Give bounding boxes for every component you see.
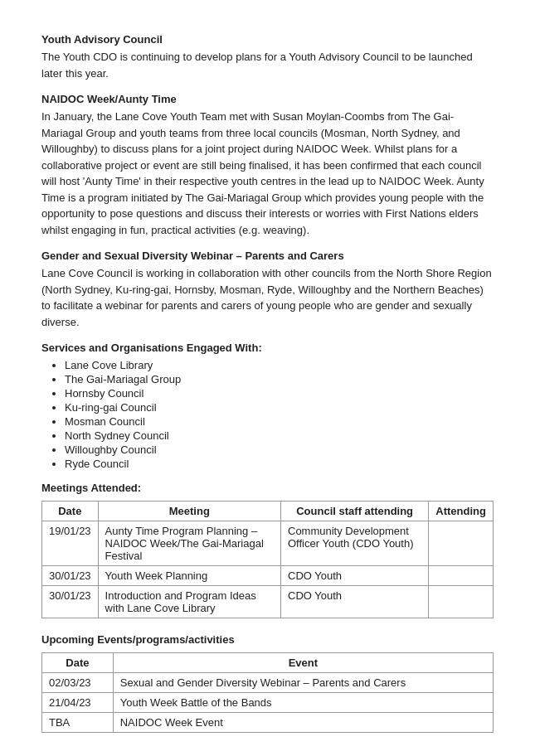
meetings-row: 30/01/23Youth Week PlanningCDO Youth <box>42 566 494 586</box>
upcoming-header-row: DateEvent <box>42 653 494 673</box>
services-list: Lane Cove LibraryThe Gai-Mariagal GroupH… <box>65 359 494 470</box>
meetings-row: 19/01/23Aunty Time Program Planning – NA… <box>42 521 494 566</box>
meetings-cell-attending <box>429 521 494 566</box>
upcoming-cell-date: TBA <box>42 713 114 733</box>
naidoc-week-body: In January, the Lane Cove Youth Team met… <box>41 109 494 238</box>
youth-advisory-council-title: Youth Advisory Council <box>41 33 494 46</box>
meetings-header-row: DateMeetingCouncil staff attendingAttend… <box>42 502 494 521</box>
upcoming-section: Upcoming Events/programs/activities Date… <box>41 633 494 733</box>
upcoming-column-header: Date <box>42 653 114 673</box>
meetings-title: Meetings Attended: <box>41 482 494 494</box>
service-item: Ku-ring-gai Council <box>65 401 494 414</box>
meetings-cell-date: 30/01/23 <box>42 586 99 618</box>
services-section: Services and Organisations Engaged With:… <box>41 342 494 470</box>
meetings-column-header: Council staff attending <box>281 502 429 521</box>
upcoming-column-header: Event <box>113 653 493 673</box>
gender-diversity-section: Gender and Sexual Diversity Webinar – Pa… <box>41 250 494 330</box>
upcoming-cell-date: 02/03/23 <box>42 673 114 693</box>
meetings-cell-staff: Community Development Officer Youth (CDO… <box>281 521 429 566</box>
meetings-cell-meeting: Introduction and Program Ideas with Lane… <box>98 586 280 618</box>
naidoc-week-title: NAIDOC Week/Aunty Time <box>41 93 494 105</box>
meetings-cell-meeting: Aunty Time Program Planning – NAIDOC Wee… <box>98 521 280 566</box>
meetings-cell-date: 19/01/23 <box>42 521 99 566</box>
service-item: Ryde Council <box>65 458 494 470</box>
service-item: Mosman Council <box>65 415 494 428</box>
meetings-tbody: 19/01/23Aunty Time Program Planning – NA… <box>42 521 494 618</box>
service-item: Willoughby Council <box>65 443 494 456</box>
upcoming-cell-date: 21/04/23 <box>42 693 114 713</box>
naidoc-week-section: NAIDOC Week/Aunty Time In January, the L… <box>41 93 494 238</box>
gender-diversity-title: Gender and Sexual Diversity Webinar – Pa… <box>41 250 494 262</box>
meetings-cell-date: 30/01/23 <box>42 566 99 586</box>
youth-advisory-council-body: The Youth CDO is continuing to develop p… <box>41 49 494 81</box>
meetings-cell-attending <box>429 566 494 586</box>
meetings-column-header: Date <box>42 502 99 521</box>
meetings-cell-staff: CDO Youth <box>281 566 429 586</box>
youth-advisory-council-section: Youth Advisory Council The Youth CDO is … <box>41 33 494 81</box>
upcoming-table: DateEvent 02/03/23Sexual and Gender Dive… <box>41 652 494 733</box>
upcoming-row: TBANAIDOC Week Event <box>42 713 494 733</box>
upcoming-cell-event: NAIDOC Week Event <box>113 713 493 733</box>
service-item: Hornsby Council <box>65 387 494 400</box>
upcoming-title: Upcoming Events/programs/activities <box>41 633 494 646</box>
meetings-row: 30/01/23Introduction and Program Ideas w… <box>42 586 494 618</box>
meetings-cell-attending <box>429 586 494 618</box>
meetings-cell-meeting: Youth Week Planning <box>98 566 280 586</box>
service-item: The Gai-Mariagal Group <box>65 373 494 385</box>
meetings-column-header: Meeting <box>98 502 280 521</box>
services-title: Services and Organisations Engaged With: <box>41 342 494 354</box>
upcoming-cell-event: Youth Week Battle of the Bands <box>113 693 493 713</box>
gender-diversity-body: Lane Cove Council is working in collabor… <box>41 265 494 330</box>
upcoming-tbody: 02/03/23Sexual and Gender Diversity Webi… <box>42 673 494 733</box>
meetings-column-header: Attending <box>429 502 494 521</box>
upcoming-row: 02/03/23Sexual and Gender Diversity Webi… <box>42 673 494 693</box>
meetings-section: Meetings Attended: DateMeetingCouncil st… <box>41 482 494 618</box>
meetings-table: DateMeetingCouncil staff attendingAttend… <box>41 501 494 618</box>
upcoming-cell-event: Sexual and Gender Diversity Webinar – Pa… <box>113 673 493 693</box>
meetings-cell-staff: CDO Youth <box>281 586 429 618</box>
upcoming-row: 21/04/23Youth Week Battle of the Bands <box>42 693 494 713</box>
service-item: North Sydney Council <box>65 429 494 442</box>
service-item: Lane Cove Library <box>65 359 494 371</box>
